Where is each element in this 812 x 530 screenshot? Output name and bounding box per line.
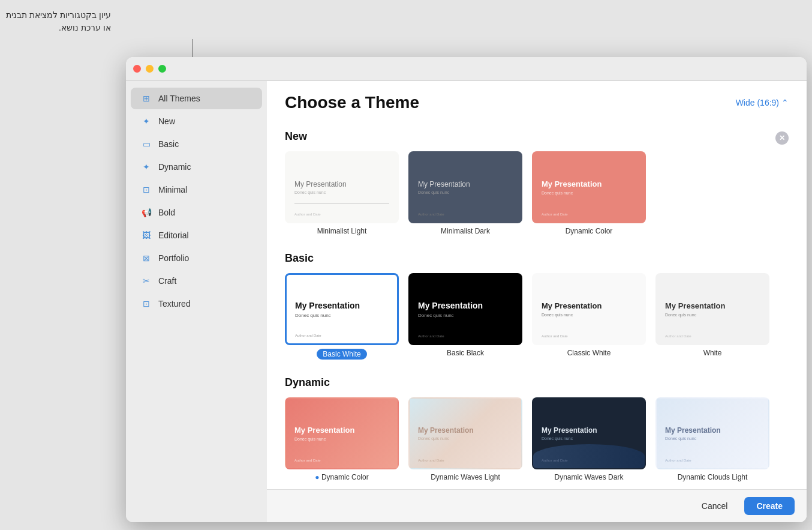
grid-icon: ⊞ [140,92,152,104]
panel-title: Choose a Theme [285,93,419,112]
new-themes-row: My Presentation Donec quis nunc Author a… [285,151,789,235]
sidebar-item-textured[interactable]: ⊡ Textured [131,293,262,315]
footer: Cancel Create [267,489,807,522]
basic-icon: ▭ [140,138,152,150]
sidebar-item-all-themes[interactable]: ⊞ All Themes [131,88,262,109]
theme-minimalist-light[interactable]: My Presentation Donec quis nunc Author a… [285,151,399,235]
cancel-button[interactable]: Cancel [692,498,738,514]
sidebar-item-bold[interactable]: 📢 Bold [131,202,262,223]
dynamic-themes-row: My Presentation Donec quis nunc Author a… [285,397,789,481]
sidebar-item-portfolio[interactable]: ⊠ Portfolio [131,247,262,269]
theme-chooser-window: ⊞ All Themes ✦ New ▭ Basic ✦ Dynamic ⊡ M… [126,57,807,522]
scrollable-area[interactable]: New ✕ My Presentation Donec quis nunc Au… [267,118,807,489]
theme-dyn-clouds-light[interactable]: My Presentation Donec quis nunc Author a… [655,397,769,481]
dynamic-section-title: Dynamic [285,376,789,389]
craft-icon: ✂ [140,275,152,287]
traffic-lights [133,65,166,73]
sidebar-item-dynamic[interactable]: ✦ Dynamic [131,156,262,178]
titlebar [126,57,807,81]
new-section-close-button[interactable]: ✕ [775,131,789,145]
theme-dynamic-color-new[interactable]: My Presentation Donec quis nunc Author a… [532,151,646,235]
theme-white[interactable]: My Presentation Donec quis nunc Author a… [655,273,769,360]
theme-basic-black[interactable]: My Presentation Donec quis nunc Author a… [408,273,522,360]
sidebar-item-minimal[interactable]: ⊡ Minimal [131,179,262,200]
sidebar-item-basic[interactable]: ▭ Basic [131,133,262,155]
theme-basic-white[interactable]: My Presentation Donec quis nunc Author a… [285,273,399,360]
dynamic-icon: ✦ [140,161,152,173]
create-button[interactable]: Create [744,497,795,515]
tooltip-line2: או ערכת נושא. [6,22,111,34]
tooltip-line1: עיון בקטגוריות למציאת תבנית [6,9,111,22]
theme-dyn-waves-light[interactable]: My Presentation Donec quis nunc Author a… [408,397,522,481]
main-panel: Choose a Theme Wide (16:9) ⌃ New ✕ [267,81,807,522]
close-button[interactable] [133,65,141,73]
sidebar-item-craft[interactable]: ✂ Craft [131,270,262,292]
maximize-button[interactable] [158,65,166,73]
minimal-icon: ⊡ [140,184,152,196]
sidebar-item-editorial[interactable]: 🖼 Editorial [131,224,262,246]
textured-icon: ⊡ [140,298,152,310]
sidebar-item-new[interactable]: ✦ New [131,110,262,132]
editorial-icon: 🖼 [140,229,152,241]
sidebar: ⊞ All Themes ✦ New ▭ Basic ✦ Dynamic ⊡ M… [126,81,267,522]
theme-dyn-color[interactable]: My Presentation Donec quis nunc Author a… [285,397,399,481]
panel-header: Choose a Theme Wide (16:9) ⌃ [267,81,807,118]
basic-themes-row: My Presentation Donec quis nunc Author a… [285,273,789,360]
theme-classic-white[interactable]: My Presentation Donec quis nunc Author a… [532,273,646,360]
bold-icon: 📢 [140,206,152,218]
new-section-title: New [285,130,307,143]
portfolio-icon: ⊠ [140,252,152,264]
aspect-ratio-selector[interactable]: Wide (16:9) ⌃ [736,98,789,107]
new-section-header: New ✕ [285,124,789,151]
minimize-button[interactable] [146,65,154,73]
tooltip: עיון בקטגוריות למציאת תבנית או ערכת נושא… [6,9,111,34]
theme-minimalist-dark[interactable]: My Presentation Donec quis nunc Author a… [408,151,522,235]
theme-dyn-waves-dark[interactable]: My Presentation Donec quis nunc Author a… [532,397,646,481]
sparkle-icon: ✦ [140,115,152,127]
main-content: ⊞ All Themes ✦ New ▭ Basic ✦ Dynamic ⊡ M… [126,81,807,522]
basic-section-title: Basic [285,252,789,265]
